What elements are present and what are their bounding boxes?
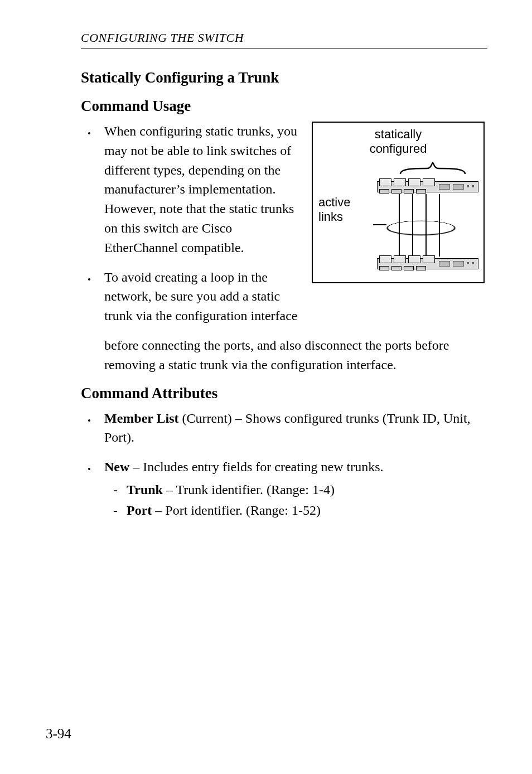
switch-bottom-icon <box>377 255 477 272</box>
attr-item-member-list: Member List (Current) – Shows configured… <box>96 409 487 448</box>
callout-tick-icon <box>373 224 386 225</box>
attr-trunk-text: – Trunk identifier. (Range: 1-4) <box>163 482 335 497</box>
attr-item-new: New – Includes entry fields for creating… <box>96 457 487 520</box>
attributes-list: Member List (Current) – Shows configured… <box>81 409 487 520</box>
attr-trunk-label: Trunk <box>127 482 163 497</box>
attr-sublist: Trunk – Trunk identifier. (Range: 1-4) P… <box>104 480 487 520</box>
usage-list: When configuring static trunks, you may … <box>81 122 306 326</box>
subsection-usage: Command Usage <box>81 98 487 115</box>
attr-sub-port: Port – Port identifier. (Range: 1-52) <box>113 501 487 520</box>
page-number: 3-94 <box>46 726 71 742</box>
running-head: CONFIGURING THE SWITCH <box>81 31 487 45</box>
fig-label-active-links: active links <box>318 195 350 225</box>
attr-port-text: – Port identifier. (Range: 1-52) <box>152 503 321 517</box>
usage-item-1: When configuring static trunks, you may … <box>96 122 306 258</box>
subsection-attributes: Command Attributes <box>81 385 487 402</box>
link-line-icon <box>439 194 440 257</box>
usage-continuation: before connecting the ports, and also di… <box>81 336 487 375</box>
attr-member-list-label: Member List <box>104 411 179 425</box>
attr-new-label: New <box>104 459 129 474</box>
usage-item-2: To avoid creating a loop in the network,… <box>96 268 306 326</box>
attr-sub-trunk: Trunk – Trunk identifier. (Range: 1-4) <box>113 480 487 500</box>
section-title: Statically Configuring a Trunk <box>81 69 487 86</box>
active-links-oval-icon <box>378 221 465 236</box>
attr-new-text: – Includes entry fields for creating new… <box>129 459 383 474</box>
trunk-diagram: statically configured <box>312 122 485 283</box>
rule <box>81 49 487 49</box>
curly-brace-icon <box>399 162 466 175</box>
fig-label-statically-configured: statically configured <box>313 127 483 157</box>
attr-port-label: Port <box>127 503 152 517</box>
switch-top-icon <box>377 178 477 195</box>
